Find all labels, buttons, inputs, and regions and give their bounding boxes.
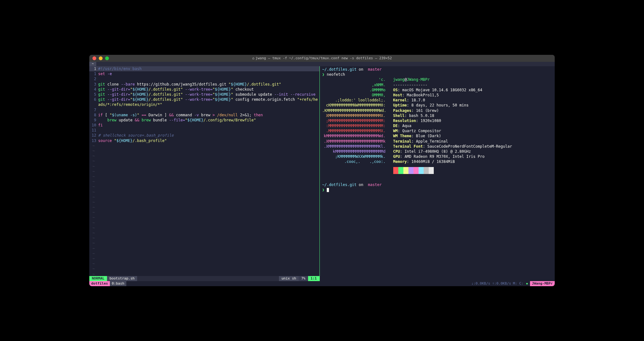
neofetch-row: XMMMMMMMMMMMMMMMMMMMMMMMX.Shell: bash 5.…: [322, 113, 552, 118]
line-number: 5: [89, 92, 98, 97]
ascii-art-line: :MMMMMMMMMMMMMMMMMMMMMMMM:: [322, 123, 386, 128]
code-line: 3git clone --bare https://github.com/jwa…: [89, 82, 319, 87]
neofetch-row: .MMMMMMMMMMMMMMMMMMMMMMMX.WM: Quartz Com…: [322, 128, 552, 133]
empty-line: ~: [89, 220, 319, 225]
empty-line: ~: [89, 272, 319, 276]
line-number: 4: [89, 87, 98, 92]
line-number: 8: [89, 113, 98, 118]
empty-line: ~: [89, 184, 319, 189]
line-number: 13: [89, 138, 98, 143]
maximize-icon[interactable]: [105, 56, 109, 60]
color-swatches: [393, 167, 552, 174]
neofetch-row: kMMMMMMMMMMMMMMMMMMMMMdCPU: Intel i7-498…: [322, 149, 552, 154]
code-line: 6git --git-dir="${HOME}/.dotfiles.git" -…: [89, 97, 319, 107]
code-line: 10fi: [89, 123, 319, 128]
neofetch-row: :MMMMMMMMMMMMMMMMMMMMMMMM:DE: Aqua: [322, 123, 552, 128]
color-swatch: [414, 167, 419, 174]
empty-line: ~: [89, 200, 319, 205]
neofetch-row: .;loddo:' loolloddol;.Kernel: 18.7.0: [322, 98, 552, 103]
ascii-art-line: XMMMMMMMMMMMMMMMMMMMMMMMX.: [322, 113, 386, 118]
ascii-art-line: .KMMMMMMMMMMMMMMMMMMMMMMMWd.: [322, 108, 386, 113]
ascii-art-line: OMMM0,: [322, 93, 386, 98]
vim-statusbar: NORMAL bootstrap.sh unix sh 7% 1:1: [89, 276, 319, 281]
line-number: 7: [89, 107, 98, 113]
code-line: 9 brew update && brew bundle --file="${H…: [89, 118, 319, 123]
ascii-art-line: .XMMMMMMMMMMMMMMMMMMMMMMKl.: [322, 144, 386, 149]
empty-line: ~: [89, 251, 319, 256]
color-swatch: [429, 167, 434, 174]
neofetch-row: ;MMMMMMMMMMMMMMMMMMMMMMMM:Resolution: 19…: [322, 118, 552, 123]
shell-pane[interactable]: ~/.dotfiles.git on master ❯ neofetch 'c.…: [320, 66, 555, 281]
net-down: ⇣:0.0KB/s: [471, 281, 491, 286]
close-icon[interactable]: [92, 56, 96, 60]
ascii-art-line: kMMMMMMMMMMMMMMMMMMMMMMMWd.: [322, 133, 386, 138]
neofetch-info: OS: macOS Mojave 10.14.6 18G6032 x86_64: [386, 87, 483, 93]
empty-line: ~: [89, 261, 319, 266]
color-swatch: [424, 167, 429, 174]
ascii-art-line: ;MMMMMMMMMMMMMMMMMMMMMMMM:: [322, 118, 386, 123]
minimize-icon[interactable]: [99, 56, 103, 60]
ascii-art-line: .XMMMMMMMMMMMMMMMMMMMMMMMMk: [322, 139, 386, 144]
panes: 1#!/usr/bin/env bash 1set -e 2 3git clon…: [89, 66, 555, 281]
empty-line: ~: [89, 195, 319, 200]
empty-line: ~: [89, 210, 319, 215]
ascii-art-line: .OMMMMo: [322, 87, 386, 93]
neofetch-info: Packages: 161 (brew): [386, 108, 439, 113]
empty-line: ~: [89, 256, 319, 261]
prompt-icon: ❯: [322, 188, 325, 192]
tmux-statusbar: dotfiles 0:bash ⇣:0.0KB/s ⇡:0.0KB/s M: C…: [89, 281, 555, 286]
tabbar: ~: [89, 62, 555, 66]
empty-line: ~: [89, 148, 319, 153]
ascii-art-line: cKMMMMMMMMMMNWMMMMMMMMMM0:: [322, 103, 386, 108]
line-number: 10: [89, 123, 98, 128]
editor-pane[interactable]: 1#!/usr/bin/env bash 1set -e 2 3git clon…: [89, 66, 320, 281]
empty-line: ~: [89, 169, 319, 174]
net-up: ⇡:0.0KB/s: [491, 281, 512, 286]
title-text: jwang — tmux -f ~/.config/tmux/tmux.conf…: [256, 56, 392, 61]
tmux-window[interactable]: 0:bash: [110, 281, 126, 286]
neofetch-row: kMMMMMMMMMMMMMMMMMMMMMMMWd.WM Theme: Blu…: [322, 133, 552, 138]
empty-line: ~: [89, 246, 319, 251]
line-number: 9: [89, 118, 98, 123]
neofetch-info: WM: Quartz Compositor: [386, 128, 441, 133]
color-swatch: [398, 167, 403, 174]
empty-line: ~: [89, 158, 319, 164]
code-line: 7: [89, 107, 319, 113]
empty-line: ~: [89, 190, 319, 195]
editor[interactable]: 1#!/usr/bin/env bash 1set -e 2 3git clon…: [89, 66, 319, 276]
neofetch-row: cKMMMMMMMMMMNWMMMMMMMMMM0:Uptime: 8 days…: [322, 103, 552, 108]
prompt: ~/.dotfiles.git on master: [322, 67, 552, 72]
ascii-art-line: kMMMMMMMMMMMMMMMMMMMMMd: [322, 149, 386, 154]
traffic-lights: [92, 56, 109, 60]
statusbar-spacer: [126, 281, 471, 286]
empty-line: ~: [89, 143, 319, 148]
tab-home[interactable]: ~: [89, 62, 96, 66]
neofetch-row: OMMM0,Host: MacBookPro11,5: [322, 93, 552, 98]
code-line: 12# shellcheck source=.bash_profile: [89, 133, 319, 138]
neofetch-info: Terminal: Apple_Terminal: [386, 139, 448, 144]
color-swatch: [393, 167, 398, 174]
code-line: 2: [89, 76, 319, 81]
neofetch-row: .XMMMMMMMMMMMMMMMMMMMMMMKl.Terminal Font…: [322, 144, 552, 149]
neofetch-row: ;KMMMMMMMWXXWMMMMMMMk.GPU: AMD Radeon R9…: [322, 154, 552, 159]
ascii-art-line: ,xNMM.: [322, 82, 386, 87]
empty-line: ~: [89, 153, 319, 158]
code-line: 5git --git-dir="${HOME}/.dotfiles.git" -…: [89, 92, 319, 97]
ascii-art-line: .cooc,. .,coo:.: [322, 159, 386, 164]
color-swatch: [408, 167, 414, 174]
neofetch-info: Memory: 10460MiB / 16384MiB: [386, 159, 455, 164]
tmux-session[interactable]: dotfiles: [89, 281, 110, 286]
neofetch-row: .KMMMMMMMMMMMMMMMMMMMMMMMWd.Packages: 16…: [322, 108, 552, 113]
command-line[interactable]: ❯: [322, 187, 552, 192]
ascii-art-line: 'c.: [322, 77, 386, 82]
separator-icon: ▪: [525, 281, 529, 286]
prompt-icon: ❯: [322, 72, 325, 77]
empty-line: ~: [89, 225, 319, 230]
line-number: 6: [89, 97, 98, 107]
empty-line: ~: [89, 164, 319, 169]
statusbar-spacer: [137, 276, 279, 281]
vim-percent: 7%: [299, 276, 308, 281]
code-line: 13source "${HOME}/.bash_profile": [89, 138, 319, 143]
tmux-right: ⇣:0.0KB/s ⇡:0.0KB/s M: C: ▪ JWang-MBPr: [471, 281, 555, 286]
ascii-art-line: .;loddo:' loolloddol;.: [322, 98, 386, 103]
